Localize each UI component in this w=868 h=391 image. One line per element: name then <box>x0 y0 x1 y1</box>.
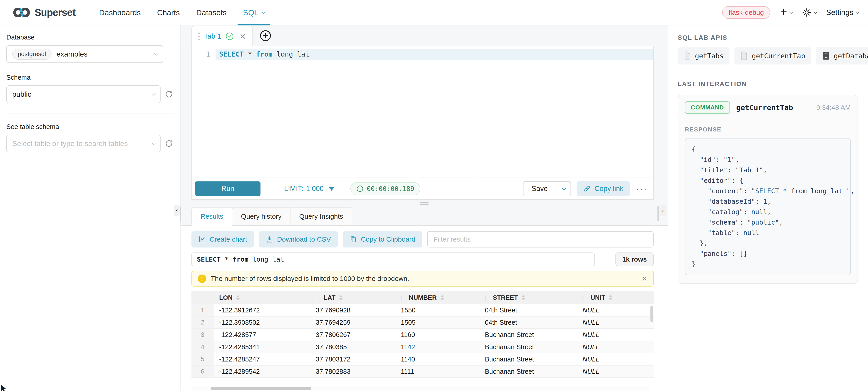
editor-tabbar: Tab 1 × <box>181 26 668 46</box>
cell-street: Buchanan Street <box>480 329 578 341</box>
table-row[interactable]: 6 -122.4289542 37.7802883 1111 Buchanan … <box>191 365 654 378</box>
sort-icon[interactable] <box>339 295 343 300</box>
table-row[interactable]: 2 -122.3908502 37.7694259 1505 04th Stre… <box>191 317 654 329</box>
refresh-schemas-icon[interactable] <box>165 90 173 99</box>
cabinet-icon <box>822 52 830 60</box>
interaction-card-body: RESPONSE { "id": "1", "title": "Tab 1", … <box>678 120 858 283</box>
sidebar-divider <box>5 113 175 114</box>
cell-unit: NULL <box>578 353 654 365</box>
table-row[interactable]: 4 -122.4285341 37.780385 1142 Buchanan S… <box>191 341 654 353</box>
table-select[interactable]: Select table or type to search tables <box>6 135 161 152</box>
results-panel: Create chart Download to CSV <box>181 226 668 391</box>
response-code-box: { "id": "1", "title": "Tab 1", "editor":… <box>685 138 851 275</box>
panel-resize-handle[interactable] <box>181 200 668 207</box>
cell-lon: -122.3908502 <box>214 317 311 329</box>
new-menu-trigger[interactable]: + <box>780 7 792 18</box>
save-options-button[interactable] <box>556 182 570 196</box>
query-preview: SELECT * from long_lat <box>191 253 595 266</box>
table-horizontal-scrollbar[interactable] <box>191 386 650 391</box>
nav-dashboards[interactable]: Dashboards <box>91 0 149 25</box>
caret-down-icon <box>329 187 335 191</box>
settings-menu-trigger[interactable]: Settings <box>826 8 858 17</box>
row-index: 3 <box>191 329 214 341</box>
row-index: 6 <box>191 365 214 378</box>
table-select-placeholder: Select table or type to search tables <box>12 139 128 148</box>
cell-lat: 37.7802883 <box>311 365 396 378</box>
copy-link-button[interactable]: Copy link <box>577 181 630 196</box>
sort-icon[interactable] <box>521 295 525 300</box>
column-header-unit[interactable]: UNIT <box>578 291 654 304</box>
get-tabs-button[interactable]: getTabs <box>678 47 730 64</box>
table-row[interactable]: 3 -122.428577 37.7806267 1160 Buchanan S… <box>191 329 654 341</box>
get-databases-button[interactable]: getDatabases <box>816 47 868 64</box>
sort-icon[interactable] <box>609 295 613 300</box>
cell-number: 1111 <box>396 365 480 378</box>
drag-handle-icon[interactable] <box>198 32 200 40</box>
chevron-down-icon <box>562 186 566 190</box>
command-badge: COMMAND <box>685 101 730 114</box>
download-csv-button[interactable]: Download to CSV <box>259 231 338 248</box>
warning-icon: ! <box>198 274 206 283</box>
nav-charts[interactable]: Charts <box>149 0 188 25</box>
cell-number: 1160 <box>396 329 480 341</box>
copy-clipboard-button[interactable]: Copy to Clipboard <box>343 231 422 248</box>
table-row[interactable]: 1 -122.3912672 37.7690928 1550 04th Stre… <box>191 304 654 317</box>
save-button[interactable]: Save <box>524 182 556 196</box>
table-row[interactable]: 5 -122.4285247 37.7803172 1140 Buchanan … <box>191 353 654 365</box>
command-timestamp: 9:34:48 AM <box>816 104 851 111</box>
cell-lon: -122.428577 <box>214 329 311 341</box>
cell-street: Buchanan Street <box>480 341 578 353</box>
results-tabbar: Results Query history Query Insights <box>181 207 668 226</box>
close-warning-icon[interactable]: × <box>642 273 647 284</box>
right-divider-thumb[interactable] <box>657 206 659 221</box>
left-divider-thumb[interactable] <box>180 207 181 222</box>
schema-select[interactable]: public <box>6 86 161 103</box>
sort-icon[interactable] <box>236 295 240 300</box>
nav-datasets[interactable]: Datasets <box>188 0 235 25</box>
warning-text: The number of rows displayed is limited … <box>211 275 409 283</box>
close-tab-icon[interactable]: × <box>240 31 246 41</box>
schema-label: Schema <box>6 74 173 81</box>
database-select[interactable]: postgresql examples <box>6 45 163 63</box>
download-icon <box>266 235 273 243</box>
cell-lat: 37.7803172 <box>311 353 396 365</box>
get-current-tab-button[interactable]: getCurrentTab <box>735 47 811 64</box>
column-header-lon[interactable]: LON <box>214 291 311 304</box>
response-json: { "id": "1", "title": "Tab 1", "editor":… <box>692 144 844 269</box>
cell-number: 1550 <box>396 304 480 317</box>
main-nav: Dashboards Charts Datasets SQL <box>91 0 273 25</box>
row-count-badge: 1k rows <box>616 253 654 266</box>
create-chart-button[interactable]: Create chart <box>191 231 254 248</box>
add-tab-button[interactable] <box>259 29 272 42</box>
superset-brand[interactable]: Superset <box>12 6 75 19</box>
cell-street: 04th Street <box>480 317 578 329</box>
tab-results[interactable]: Results <box>191 207 232 226</box>
column-header-street[interactable]: STREET <box>480 291 578 304</box>
check-circle-icon <box>225 32 234 41</box>
run-query-button[interactable]: Run <box>195 182 260 196</box>
tab-query-history[interactable]: Query history <box>232 207 290 226</box>
nav-sql[interactable]: SQL <box>235 0 273 25</box>
editor-gutter: 1 <box>192 48 210 60</box>
navbar: Superset Dashboards Charts Datasets SQL … <box>0 0 868 26</box>
sql-code-editor[interactable]: 1 SELECT * from long_lat <box>192 46 653 177</box>
more-actions-button[interactable]: ··· <box>636 184 647 194</box>
elapsed-time: 00:00:00.189 <box>367 185 414 193</box>
collapse-left-panel-button[interactable]: ‹ <box>174 205 180 216</box>
filter-results-input[interactable] <box>427 231 654 248</box>
theme-menu-trigger[interactable] <box>802 8 816 17</box>
sort-icon[interactable] <box>440 295 444 300</box>
column-header-number[interactable]: NUMBER <box>396 291 480 304</box>
collapse-right-panel-button[interactable]: › <box>660 205 665 216</box>
table-vertical-scrollbar[interactable] <box>650 304 654 386</box>
refresh-tables-icon[interactable] <box>165 139 173 148</box>
tab-query-insights[interactable]: Query Insights <box>290 207 352 226</box>
query-elapsed-timer: 00:00:00.189 <box>350 182 421 195</box>
chevron-down-icon <box>789 10 793 14</box>
editor-tab-1[interactable]: Tab 1 × <box>191 26 252 46</box>
column-header-lat[interactable]: LAT <box>311 291 396 304</box>
limit-dropdown[interactable]: LIMIT: 1 000 <box>284 185 335 193</box>
chevron-down-icon <box>152 141 156 145</box>
chevron-down-icon <box>814 10 817 14</box>
file-icon <box>684 52 691 60</box>
